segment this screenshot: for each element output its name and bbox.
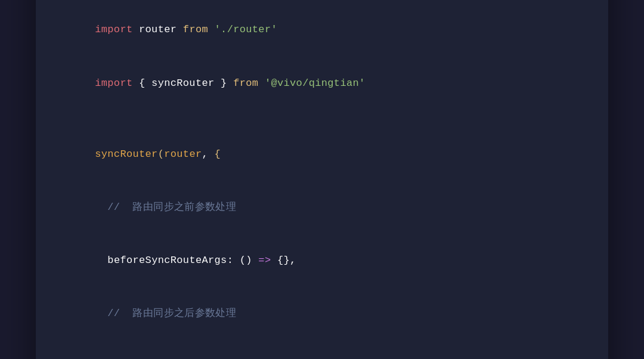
code-line-6: syncRouter(router, { bbox=[57, 128, 587, 181]
keyword-from-3: from bbox=[183, 24, 208, 35]
comment-text-4: // 路由同步之后参数处理 bbox=[95, 308, 236, 319]
func-sync-router-2: syncRouter bbox=[95, 148, 157, 160]
var-router-2: router bbox=[164, 148, 202, 160]
keyword-import-3: import bbox=[95, 24, 132, 35]
code-line-5: import { syncRouter } from '@vivo/qingti… bbox=[57, 57, 587, 110]
code-block: // 父框架 import router from './router' imp… bbox=[36, 0, 608, 359]
code-line-8: afterSyncRouteArgs: () => {}, bbox=[57, 341, 587, 359]
comment-text-3: // 路由同步之前参数处理 bbox=[95, 202, 236, 213]
arrow-1: => bbox=[258, 255, 271, 266]
prop-before-sync: beforeSyncRouteArgs bbox=[107, 255, 227, 266]
string-4: '@vivo/qingtian' bbox=[258, 78, 365, 89]
string-3: './router' bbox=[208, 24, 277, 35]
code-line-7: beforeSyncRouteArgs: () => {}, bbox=[57, 234, 587, 287]
keyword-import-4: import bbox=[95, 78, 132, 89]
comment-line-3: // 路由同步之前参数处理 bbox=[57, 181, 587, 234]
code-line-4: import router from './router' bbox=[57, 4, 587, 57]
comment-line-4: // 路由同步之后参数处理 bbox=[57, 287, 587, 341]
keyword-from-4: from bbox=[233, 78, 258, 89]
empty-line-2 bbox=[57, 110, 587, 128]
code-window: // 父框架 import router from './router' imp… bbox=[36, 0, 608, 359]
